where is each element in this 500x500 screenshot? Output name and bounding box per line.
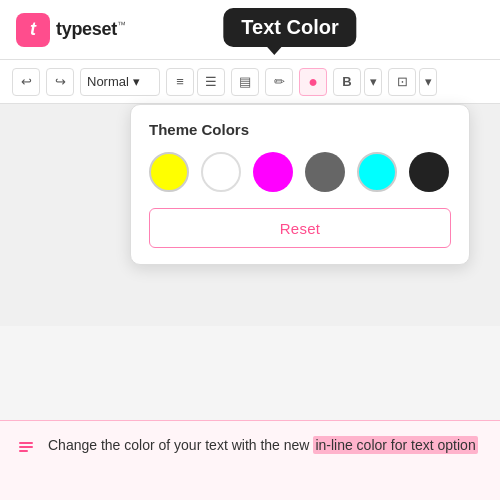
color-swatch-magenta[interactable] [253,152,293,192]
list-ol-icon: ☰ [205,74,217,89]
redo-icon: ↪ [55,74,66,89]
align-icon: ▤ [239,74,251,89]
reset-button[interactable]: Reset [149,208,451,248]
image-icon: ⊡ [397,74,408,89]
color-swatches [149,152,451,192]
style-select[interactable]: Normal ▾ [80,68,160,96]
toolbar: Text Color ↩ ↪ Normal ▾ ≡ ☰ ▤ ✏ ● B ▾ [0,60,500,104]
color-picker-popup: Theme Colors Reset [130,104,470,265]
list-group: ≡ ☰ [166,68,225,96]
color-swatch-yellow[interactable] [149,152,189,192]
color-swatch-white[interactable] [201,152,241,192]
info-text: Change the color of your text with the n… [48,435,478,456]
color-swatch-cyan[interactable] [357,152,397,192]
info-icon [16,437,36,462]
logo-letter: t [30,19,36,40]
list-unordered-button[interactable]: ≡ [166,68,194,96]
logo-text: typeset™ [56,19,126,40]
image-chevron-button[interactable]: ▾ [419,68,437,96]
bold-chevron-button[interactable]: ▾ [364,68,382,96]
bold-group: B ▾ [333,68,382,96]
tooltip-bubble: Text Color [223,8,356,47]
style-chevron-icon: ▾ [133,74,140,89]
text-color-button[interactable]: ● [299,68,327,96]
pencil-button[interactable]: ✏ [265,68,293,96]
image-button[interactable]: ⊡ [388,68,416,96]
color-swatch-black[interactable] [409,152,449,192]
bold-chevron-icon: ▾ [370,74,377,89]
undo-icon: ↩ [21,74,32,89]
logo-container: t typeset™ [16,13,126,47]
undo-button[interactable]: ↩ [12,68,40,96]
info-bar: Change the color of your text with the n… [0,420,500,500]
align-button[interactable]: ▤ [231,68,259,96]
color-picker-title: Theme Colors [149,121,451,138]
paint-icon: ● [308,73,318,91]
bold-button[interactable]: B [333,68,361,96]
list-ordered-button[interactable]: ☰ [197,68,225,96]
image-chevron-icon: ▾ [425,74,432,89]
highlight-text: in-line color for text option [313,436,477,454]
color-swatch-gray[interactable] [305,152,345,192]
redo-button[interactable]: ↪ [46,68,74,96]
logo-icon: t [16,13,50,47]
bold-icon: B [342,74,351,89]
list-ul-icon: ≡ [176,74,184,89]
image-group: ⊡ ▾ [388,68,437,96]
pencil-icon: ✏ [274,74,285,89]
